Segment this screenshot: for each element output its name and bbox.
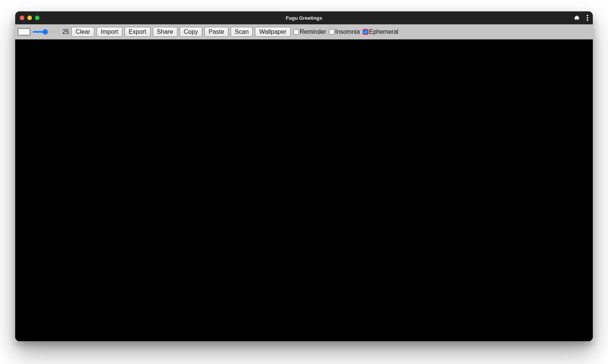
- insomnia-label: Insomnia: [335, 28, 360, 35]
- brush-size-slider[interactable]: [33, 28, 58, 35]
- drawing-canvas[interactable]: [15, 39, 593, 341]
- toolbar: 25 Clear Import Export Share Copy Paste …: [15, 24, 593, 39]
- clear-button[interactable]: Clear: [71, 27, 94, 37]
- insomnia-checkbox[interactable]: [329, 29, 334, 35]
- reminder-label: Reminder: [300, 28, 326, 35]
- extensions-icon[interactable]: [574, 15, 580, 21]
- svg-point-0: [587, 15, 588, 16]
- more-menu-icon[interactable]: [587, 15, 588, 21]
- ephemeral-checkbox[interactable]: ✓: [363, 29, 368, 35]
- export-button[interactable]: Export: [125, 27, 150, 37]
- maximize-window-button[interactable]: [35, 16, 40, 20]
- minimize-window-button[interactable]: [27, 16, 32, 20]
- share-button[interactable]: Share: [153, 27, 177, 37]
- ephemeral-label: Ephemeral: [369, 28, 398, 35]
- window-title: Fugu Greetings: [15, 15, 593, 21]
- copy-button[interactable]: Copy: [180, 27, 202, 37]
- titlebar: Fugu Greetings: [15, 11, 593, 24]
- window-controls: [20, 16, 40, 20]
- app-window: Fugu Greetings 25 Clear Import: [15, 11, 593, 341]
- svg-point-1: [587, 17, 588, 19]
- color-picker[interactable]: [17, 28, 30, 36]
- reminder-checkbox[interactable]: [294, 29, 299, 35]
- brush-size-value: 25: [61, 28, 69, 35]
- svg-point-2: [587, 19, 588, 21]
- paste-button[interactable]: Paste: [204, 27, 228, 37]
- close-window-button[interactable]: [20, 16, 24, 20]
- scan-button[interactable]: Scan: [231, 27, 253, 37]
- wallpaper-button[interactable]: Wallpaper: [255, 27, 290, 37]
- import-button[interactable]: Import: [97, 27, 122, 37]
